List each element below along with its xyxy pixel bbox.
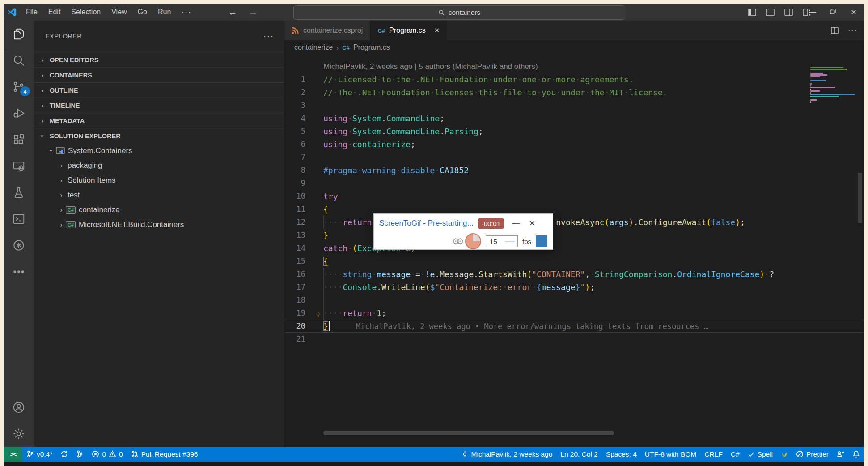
horizontal-scrollbar[interactable]: [323, 431, 614, 435]
plugin-leaf-item[interactable]: [777, 447, 792, 462]
tree-item-solution-items[interactable]: ›Solution Items: [34, 173, 284, 188]
settings-gear-icon[interactable]: [4, 420, 34, 447]
section-open-editors[interactable]: ›OPEN EDITORS: [34, 52, 284, 67]
cursor-position-item[interactable]: Ln 20, Col 2: [556, 447, 602, 462]
section-solution-explorer[interactable]: ›SOLUTION EXPLORER: [34, 128, 284, 143]
code-line-15[interactable]: 15{: [284, 255, 864, 268]
screentogif-minimize-button[interactable]: —: [512, 219, 520, 228]
section-timeline[interactable]: ›TIMELINE: [34, 98, 284, 113]
notifications-item[interactable]: [848, 447, 864, 462]
minimize-button[interactable]: —: [802, 8, 823, 16]
code-line-9[interactable]: 9: [284, 177, 864, 190]
tree-item-containerize[interactable]: ›C#containerize: [34, 202, 284, 217]
code-line-3[interactable]: 3: [284, 99, 864, 112]
language-item[interactable]: C#: [727, 447, 744, 462]
menu-edit[interactable]: Edit: [43, 8, 66, 16]
tree-item-microsoft-net-build-containers[interactable]: ›C#Microsoft.NET.Build.Containers: [34, 217, 284, 232]
breadcrumb-file[interactable]: Program.cs: [353, 43, 390, 51]
section-outline[interactable]: ›OUTLINE: [34, 82, 284, 98]
menu-view[interactable]: View: [106, 8, 132, 16]
breadcrumb[interactable]: containerize › C# Program.cs: [284, 40, 864, 55]
vertical-scrollbar[interactable]: [858, 173, 862, 223]
code-line-20[interactable]: 20}MichalPavlik, 2 weeks ago • More erro…: [284, 320, 864, 333]
section-metadata[interactable]: ›METADATA: [34, 113, 284, 128]
code-line-13[interactable]: 13}: [284, 229, 864, 242]
code-line-18[interactable]: 18: [284, 294, 864, 307]
menu-run[interactable]: Run: [152, 8, 176, 16]
fps-slider[interactable]: [505, 241, 515, 242]
prettier-item[interactable]: Prettier: [792, 447, 833, 462]
screentogif-record-button[interactable]: [536, 235, 547, 247]
encoding-item[interactable]: UTF-8 with BOM: [641, 447, 700, 462]
remote-indicator[interactable]: ><: [4, 447, 22, 462]
code-line-12[interactable]: 12····return nvokeAsync(args).ConfigureA…: [284, 216, 864, 229]
code-area[interactable]: MichalPavlik, 2 weeks ago | 5 authors (M…: [284, 55, 864, 447]
extensions-icon[interactable]: [4, 126, 34, 153]
breadcrumb-folder[interactable]: containerize: [294, 43, 333, 51]
close-tab-icon[interactable]: ✕: [434, 26, 440, 34]
editor-more-icon[interactable]: ···: [848, 26, 858, 34]
screentogif-settings-gears-icon[interactable]: ⚙⚙: [452, 236, 461, 247]
tab-containerize-csproj[interactable]: containerize.csproj: [284, 21, 370, 40]
menu-selection[interactable]: Selection: [66, 8, 106, 16]
spell-item[interactable]: Spell: [744, 447, 777, 462]
sidebar-more-icon[interactable]: ···: [263, 32, 274, 41]
source-control-icon[interactable]: 4: [4, 73, 34, 100]
run-debug-icon[interactable]: [4, 100, 34, 126]
split-editor-icon[interactable]: [831, 27, 839, 34]
back-arrow-icon[interactable]: ←: [228, 7, 237, 17]
restore-button[interactable]: [823, 8, 843, 16]
problems-item[interactable]: 00: [88, 447, 127, 462]
search-icon[interactable]: [4, 47, 34, 73]
feedback-item[interactable]: [833, 447, 848, 462]
indentation-item[interactable]: Spaces: 4: [602, 447, 641, 462]
code-line-16[interactable]: 16····string·message·=·!e.Message.Starts…: [284, 268, 864, 281]
code-line-6[interactable]: 6using·containerize;: [284, 138, 864, 151]
menubar-more[interactable]: ···: [176, 8, 197, 16]
remote-explorer-icon[interactable]: [4, 153, 34, 179]
code-line-11[interactable]: 11{: [284, 203, 864, 216]
close-button[interactable]: ✕: [843, 8, 864, 17]
tree-item-packaging[interactable]: ›packaging: [34, 158, 284, 173]
section-containers[interactable]: ›CONTAINERS: [34, 67, 284, 82]
toggle-secondary-sidebar-icon[interactable]: [784, 9, 793, 16]
git-graph-item[interactable]: [72, 447, 88, 462]
code-line-5[interactable]: 5using·System.CommandLine.Parsing;: [284, 125, 864, 138]
code-line-7[interactable]: 7: [284, 151, 864, 164]
explorer-icon[interactable]: [4, 21, 34, 47]
testing-icon[interactable]: [4, 179, 34, 205]
menu-go[interactable]: Go: [132, 8, 152, 16]
code-line-17[interactable]: 17····Console.WriteLine($"Containerize:·…: [284, 281, 864, 294]
screentogif-pie-icon[interactable]: [465, 233, 481, 249]
minimap[interactable]: [810, 67, 856, 105]
toggle-sidebar-icon[interactable]: [748, 9, 756, 16]
code-line-10[interactable]: 10try: [284, 190, 864, 203]
menu-file[interactable]: File: [21, 8, 43, 16]
blame-item[interactable]: MichalPavlik, 2 weeks ago: [457, 447, 557, 462]
eol-item[interactable]: CRLF: [700, 447, 726, 462]
code-line-4[interactable]: 4using·System.CommandLine;: [284, 112, 864, 125]
pull-request-item[interactable]: Pull Request #396: [127, 447, 202, 462]
code-line-2[interactable]: 2//·The·.NET·Foundation·licenses·this·fi…: [284, 86, 864, 99]
forward-arrow-icon[interactable]: →: [249, 7, 258, 17]
code-line-21[interactable]: 21: [284, 333, 864, 346]
command-center-search[interactable]: containers: [293, 5, 625, 20]
code-line-8[interactable]: 8#pragma·warning·disable·CA1852: [284, 164, 864, 177]
sparkle-circle-icon[interactable]: [4, 232, 34, 258]
tab-program-cs[interactable]: C#Program.cs✕: [370, 21, 447, 40]
sync-item[interactable]: [56, 447, 72, 462]
screentogif-fps-input[interactable]: 15: [486, 235, 518, 247]
terminal-icon[interactable]: [4, 205, 34, 232]
screentogif-close-button[interactable]: ✕: [529, 218, 535, 228]
code-line-14[interactable]: 14catch·(Exception·e): [284, 242, 864, 255]
branch-item[interactable]: v0.4*: [22, 447, 56, 462]
code-line-1[interactable]: 1//·Licensed·to·the·.NET·Foundation·unde…: [284, 73, 864, 86]
tree-item-test[interactable]: ›test: [34, 188, 284, 202]
more-icon[interactable]: [4, 258, 34, 285]
chevron-right-icon: ›: [57, 191, 66, 199]
account-icon[interactable]: [4, 394, 34, 420]
toggle-panel-icon[interactable]: [766, 9, 775, 16]
tree-item-system-containers[interactable]: ›System.Containers: [34, 143, 284, 158]
code-line-19[interactable]: 19💡︎····return·1;: [284, 307, 864, 320]
commit-icon: [461, 450, 469, 458]
